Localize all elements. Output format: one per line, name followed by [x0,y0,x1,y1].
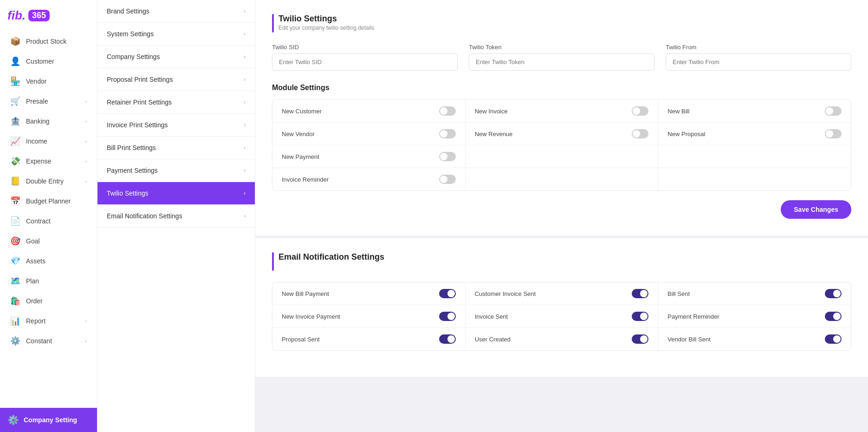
sidebar-item-income[interactable]: 📈 Income › [3,131,94,151]
sidebar-item-label: Expense [26,157,51,165]
company-setting-label: Company Setting [24,416,77,424]
sidebar-item-vendor[interactable]: 🏪 Vendor [3,72,94,91]
settings-item-system[interactable]: System Settings › [97,23,255,46]
bill-sent-toggle[interactable] [825,289,842,298]
module-cell-invoice-sent: Invoice Sent [466,305,659,327]
save-changes-button[interactable]: Save Changes [781,200,851,219]
twilio-subtitle: Edit your company twilio setting details [279,25,374,31]
chevron-right-icon: › [244,76,246,83]
sidebar-item-goal[interactable]: 🎯 Goal [3,231,94,251]
settings-item-label: Payment Settings [107,167,158,174]
settings-item-email-notification[interactable]: Email Notification Settings › [97,205,255,228]
sidebar-item-order[interactable]: 🛍️ Order [3,291,94,311]
settings-item-company[interactable]: Company Settings › [97,46,255,68]
assets-icon: 💎 [10,256,20,266]
chevron-icon: › [85,318,87,324]
presale-icon: 🛒 [10,96,20,106]
new-proposal-label: New Proposal [667,131,705,137]
new-invoice-toggle[interactable] [632,106,648,116]
new-bill-label: New Bill [667,108,689,115]
invoice-sent-label: Invoice Sent [475,313,508,320]
sidebar-item-double-entry[interactable]: 📒 Double Entry › [3,171,94,191]
settings-item-payment[interactable]: Payment Settings › [97,159,255,182]
vendor-bill-sent-label: Vendor Bill Sent [667,336,711,343]
chevron-icon: › [85,138,87,144]
module-cell-new-bill-payment: New Bill Payment [272,282,466,305]
contract-icon: 📄 [10,216,20,226]
sidebar-item-expense[interactable]: 💸 Expense › [3,151,94,171]
twilio-sid-group: Twilio SID [272,44,458,71]
settings-item-label: Company Settings [107,53,160,60]
banking-icon: 🏦 [10,116,20,126]
module-cell-empty1 [466,145,659,168]
sidebar-item-presale[interactable]: 🛒 Presale › [3,92,94,111]
sidebar-item-budget-planner[interactable]: 📅 Budget Planner [3,191,94,211]
chevron-right-icon: › [244,8,246,14]
sidebar-nav: 📦 Product Stock 👤 Customer 🏪 Vendor 🛒 Pr… [0,31,97,408]
settings-item-proposal-print[interactable]: Proposal Print Settings › [97,68,255,91]
module-row: Invoice Reminder [272,168,851,190]
new-invoice-label: New Invoice [475,108,508,115]
sidebar-item-label: Product Stock [26,38,66,45]
sidebar-item-label: Constant [26,337,52,345]
twilio-from-input[interactable] [666,53,851,71]
twilio-fields-row: Twilio SID Twilio Token Twilio From [272,44,851,71]
settings-item-retainer-print[interactable]: Retainer Print Settings › [97,91,255,114]
new-bill-toggle[interactable] [825,106,842,116]
new-invoice-payment-toggle[interactable] [439,312,456,321]
new-bill-payment-toggle[interactable] [439,289,456,298]
twilio-token-group: Twilio Token [469,44,654,71]
new-payment-label: New Payment [282,153,319,160]
new-invoice-payment-label: New Invoice Payment [282,313,340,320]
proposal-sent-toggle[interactable] [439,334,456,344]
module-cell-invoice-reminder: Invoice Reminder [272,168,466,190]
new-vendor-toggle[interactable] [439,129,456,138]
module-cell-new-revenue: New Revenue [466,123,659,145]
new-payment-toggle[interactable] [439,152,456,161]
payment-reminder-toggle[interactable] [825,312,842,321]
sidebar-item-label: Plan [26,277,39,285]
logo-badge: 365 [28,10,50,21]
income-icon: 📈 [10,136,20,146]
user-created-toggle[interactable] [632,334,648,344]
new-proposal-toggle[interactable] [825,129,842,138]
chevron-icon: › [85,338,87,344]
sidebar-item-label: Double Entry [26,177,64,185]
module-cell-new-payment: New Payment [272,145,466,168]
sidebar-item-contract[interactable]: 📄 Contract [3,211,94,231]
sidebar-item-product-stock[interactable]: 📦 Product Stock [3,32,94,51]
sidebar-item-assets[interactable]: 💎 Assets [3,251,94,271]
module-cell-empty2 [658,145,851,168]
sidebar-item-label: Vendor [26,78,46,85]
sidebar-item-label: Customer [26,58,54,65]
sidebar-item-plan[interactable]: 🗺️ Plan [3,271,94,291]
vendor-bill-sent-toggle[interactable] [825,334,842,344]
sidebar-item-label: Presale [26,98,48,105]
company-setting-button[interactable]: ⚙️ Company Setting [0,408,97,432]
module-settings-title: Module Settings [272,84,851,92]
module-cell-new-proposal: New Proposal [658,123,851,145]
settings-item-invoice-print[interactable]: Invoice Print Settings › [97,114,255,137]
chevron-icon: › [85,98,87,104]
new-revenue-toggle[interactable] [632,129,648,138]
settings-item-label: Invoice Print Settings [107,121,168,129]
accent-bar [272,14,274,33]
sidebar-item-constant[interactable]: ⚙️ Constant › [3,331,94,351]
twilio-token-input[interactable] [469,53,654,71]
module-cell-bill-sent: Bill Sent [658,282,851,305]
chevron-right-icon: › [244,122,246,128]
customer-invoice-sent-toggle[interactable] [632,289,648,298]
sidebar-item-customer[interactable]: 👤 Customer [3,52,94,71]
sidebar-item-report[interactable]: 📊 Report › [3,311,94,331]
twilio-sid-input[interactable] [272,53,458,71]
invoice-reminder-toggle[interactable] [439,175,456,184]
twilio-sid-label: Twilio SID [272,44,458,51]
settings-item-bill-print[interactable]: Bill Print Settings › [97,137,255,159]
invoice-sent-toggle[interactable] [632,312,648,321]
new-customer-toggle[interactable] [439,106,456,116]
settings-item-twilio[interactable]: Twilio Settings › [97,182,255,205]
chevron-right-icon: › [244,31,246,37]
settings-item-brand[interactable]: Brand Settings › [97,0,255,23]
accent-bar [272,252,274,271]
sidebar-item-banking[interactable]: 🏦 Banking › [3,111,94,131]
